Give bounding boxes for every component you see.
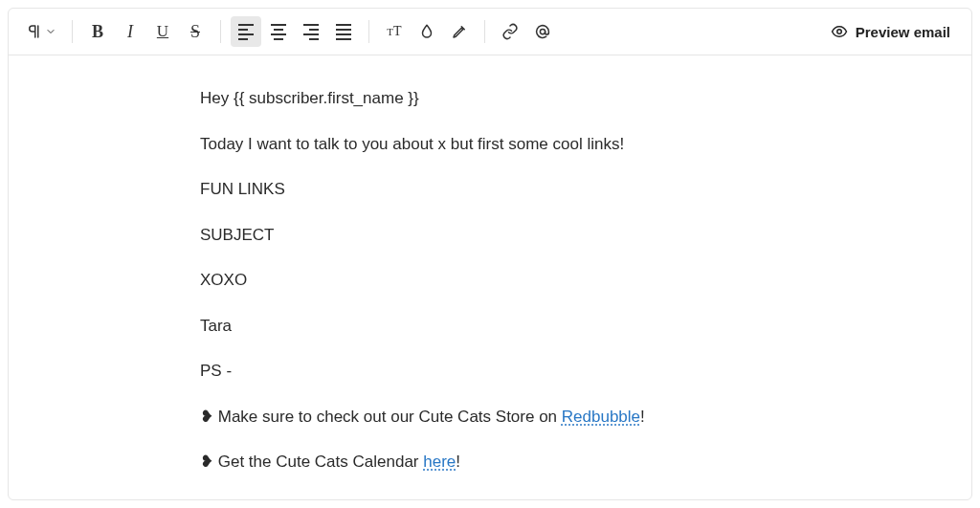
highlighter-icon [451, 23, 468, 40]
preview-label: Preview email [856, 24, 950, 40]
strikethrough-button[interactable]: S [180, 16, 211, 47]
signoff: XOXO [200, 268, 780, 293]
signature-name: Tara [200, 314, 780, 339]
ps-item: ❥ Make sure to check out our Cute Cats S… [200, 405, 780, 430]
bold-button[interactable]: B [82, 16, 113, 47]
text-size-icon: TT [387, 24, 401, 39]
align-left-button[interactable] [231, 16, 261, 47]
align-center-icon [271, 24, 286, 40]
at-icon [534, 23, 551, 40]
svg-point-1 [837, 30, 842, 34]
email-editor: B I U S [8, 8, 972, 500]
section-heading: SUBJECT [200, 223, 780, 248]
align-justify-icon [336, 24, 351, 40]
email-body[interactable]: Hey {{ subscriber.first_name }} Today I … [9, 55, 971, 499]
strikethrough-icon: S [190, 22, 200, 42]
calendar-link[interactable]: here [423, 453, 456, 471]
align-right-button[interactable] [296, 16, 326, 47]
chevron-down-icon [45, 26, 56, 37]
preview-email-button[interactable]: Preview email [821, 17, 960, 46]
italic-icon: I [127, 22, 133, 42]
ps-label: PS - [200, 359, 780, 384]
insert-group [495, 16, 558, 47]
redbubble-link[interactable]: Redbubble [562, 408, 640, 426]
mention-button[interactable] [527, 16, 558, 47]
toolbar: B I U S [9, 9, 971, 55]
droplet-icon [418, 23, 435, 40]
rich-group: TT [379, 16, 475, 47]
pilcrow-icon [26, 23, 43, 40]
divider [484, 20, 485, 43]
text-format-group: B I U S [82, 16, 211, 47]
text-size-button[interactable]: TT [379, 16, 410, 47]
eye-icon [831, 23, 848, 40]
svg-point-0 [540, 29, 545, 33]
align-justify-button[interactable] [328, 16, 359, 47]
alignment-group [231, 16, 359, 47]
intro-line: Today I want to talk to you about x but … [200, 132, 780, 157]
link-icon [501, 23, 519, 40]
underline-button[interactable]: U [147, 16, 178, 47]
align-left-icon [238, 24, 254, 40]
link-button[interactable] [495, 16, 525, 47]
underline-icon: U [157, 22, 168, 41]
divider [220, 20, 221, 43]
greeting-line: Hey {{ subscriber.first_name }} [200, 86, 780, 111]
divider [72, 20, 73, 43]
color-button[interactable] [412, 16, 442, 47]
bold-icon: B [92, 22, 103, 42]
align-right-icon [303, 24, 319, 40]
section-heading: FUN LINKS [200, 177, 780, 202]
ps-item: ❥ Get the Cute Cats Calendar here! [200, 450, 780, 475]
paragraph-group [20, 16, 62, 47]
align-center-button[interactable] [263, 16, 294, 47]
italic-button[interactable]: I [115, 16, 145, 47]
highlight-button[interactable] [444, 16, 475, 47]
divider [368, 20, 369, 43]
paragraph-style-dropdown[interactable] [20, 16, 62, 47]
